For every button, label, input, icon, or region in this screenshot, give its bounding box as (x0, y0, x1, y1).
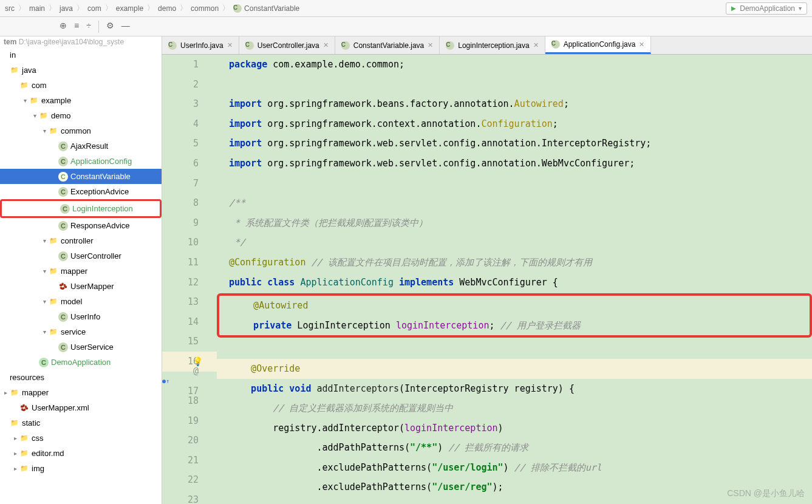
folder-icon: 📁 (19, 81, 29, 90)
chevron-right-icon[interactable]: ▸ (11, 450, 19, 457)
tree-item-in[interactable]: ▸in (0, 47, 162, 63)
tree-item-css[interactable]: ▸📁css (0, 431, 162, 446)
tree-item-usermapper-xml[interactable]: ▸🫘UserMapper.xml (0, 400, 162, 415)
tree-item-service[interactable]: ▾📁service (0, 324, 162, 339)
tree-item-responseadvice[interactable]: ▸CResponseAdvice (0, 218, 162, 233)
tree-item-example[interactable]: ▾📁example (0, 93, 162, 108)
chevron-right-icon[interactable]: ▸ (11, 465, 19, 472)
project-root[interactable]: tem D:\java-gitee\java104\blog_syste (0, 36, 162, 47)
tree-item-mapper[interactable]: ▾📁mapper (0, 264, 162, 279)
editor-tab-applicationconfig-java[interactable]: CApplicationConfig.java✕ (545, 36, 652, 54)
highlighted-tree-box: ▸CLoginInterception (0, 199, 162, 218)
tree-item-usermapper[interactable]: ▸🫘UserMapper (0, 279, 162, 294)
class-icon: C (58, 172, 68, 182)
separator (98, 21, 99, 33)
hide-icon[interactable]: — (121, 21, 130, 33)
chevron-down-icon[interactable]: ▾ (40, 298, 49, 305)
tree-item-label: mapper (22, 388, 49, 397)
tree-item-applicationconfig[interactable]: ▸CApplicationConfig (0, 154, 162, 169)
folder-icon: 📁 (19, 464, 29, 474)
tree-item-label: static (22, 418, 40, 427)
override-marker-icon[interactable]: ●↑ (162, 372, 169, 392)
line-gutter: 123 456 789 101112 131415 💡16 ●↑ @ 17 18… (162, 55, 217, 504)
tree-item-label: ConstantVariable (70, 172, 131, 181)
collapse-all-icon[interactable]: ÷ (86, 21, 91, 33)
chevron-down-icon[interactable]: ▾ (40, 268, 49, 274)
chevron-down-icon[interactable]: ▾ (40, 237, 49, 244)
tree-item-label: common (61, 126, 91, 135)
tree-item-demo[interactable]: ▾📁demo (0, 108, 162, 123)
class-icon: C (245, 41, 254, 50)
tree-item-resources[interactable]: ▸resources (0, 370, 162, 385)
tree-item-img[interactable]: ▸📁img (0, 461, 162, 476)
close-icon[interactable]: ✕ (227, 41, 233, 49)
tree-item-com[interactable]: ▸📁com (0, 78, 162, 93)
tree-item-label: com (32, 81, 47, 90)
close-icon[interactable]: ✕ (323, 41, 329, 49)
tree-item-label: UserMapper.xml (32, 403, 89, 412)
tree-item-label: LoginInterception (72, 204, 133, 213)
project-tree[interactable]: tem D:\java-gitee\java104\blog_syste ▸in… (0, 36, 162, 504)
chevron-down-icon[interactable]: ▾ (30, 112, 39, 119)
highlighted-code-box: @Autowired private LoginInterception log… (217, 293, 812, 338)
tree-item-label: demo (51, 111, 71, 120)
tree-item-label: ResponseAdvice (70, 221, 130, 230)
run-config-selector[interactable]: ▶ DemoApplication ▾ (726, 2, 807, 15)
folder-icon: 📁 (19, 434, 29, 443)
tree-item-usercontroller[interactable]: ▸CUserController (0, 248, 162, 264)
chevron-right-icon[interactable]: ▸ (1, 389, 10, 396)
tree-item-userinfo[interactable]: ▸CUserInfo (0, 309, 162, 324)
chevron-down-icon[interactable]: ▾ (40, 128, 49, 134)
tab-label: ApplicationConfig.java (564, 40, 636, 49)
crumb[interactable]: main (29, 4, 45, 13)
run-icon: ▶ (731, 5, 736, 12)
chevron-down-icon[interactable]: ▾ (21, 97, 29, 104)
tree-item-label: java (22, 66, 36, 75)
chevron-down-icon[interactable]: ▾ (40, 329, 49, 335)
settings-icon[interactable]: ⚙ (106, 21, 114, 33)
close-icon[interactable]: ✕ (533, 41, 539, 49)
tree-item-demoapplication[interactable]: ▸CDemoApplication (0, 355, 162, 370)
tree-item-common[interactable]: ▾📁common (0, 123, 162, 138)
editor-tab-usercontroller-java[interactable]: CUserController.java✕ (239, 36, 335, 54)
tree-item-model[interactable]: ▾📁model (0, 294, 162, 309)
tab-label: UserInfo.java (180, 41, 223, 50)
close-icon[interactable]: ✕ (639, 41, 644, 49)
tree-item-ajaxresult[interactable]: ▸CAjaxResult (0, 138, 162, 154)
tree-item-controller[interactable]: ▾📁controller (0, 233, 162, 248)
tree-item-userservice[interactable]: ▸CUserService (0, 339, 162, 355)
class-icon: C (58, 342, 68, 352)
tree-item-java[interactable]: ▸📁java (0, 63, 162, 78)
crumb[interactable]: java (60, 4, 73, 13)
editor-tab-userinfo-java[interactable]: CUserInfo.java✕ (162, 36, 239, 54)
tree-item-logininterception[interactable]: ▸CLoginInterception (2, 201, 160, 216)
code-content[interactable]: package com.example.demo.common; import … (217, 55, 812, 504)
expand-all-icon[interactable]: ≡ (74, 21, 79, 33)
crumb[interactable]: demo (158, 4, 176, 13)
class-icon: C (341, 41, 350, 50)
code-editor[interactable]: 123 456 789 101112 131415 💡16 ●↑ @ 17 18… (162, 55, 812, 504)
crumb[interactable]: src (5, 4, 15, 13)
folder-icon: 📁 (49, 297, 58, 307)
crumb[interactable]: common (191, 4, 219, 13)
tree-item-exceptionadvice[interactable]: ▸CExceptionAdvice (0, 184, 162, 199)
bean-icon: 🫘 (58, 282, 68, 291)
tree-item-constantvariable[interactable]: ▸CConstantVariable (0, 169, 162, 184)
crumb[interactable]: com (87, 4, 101, 13)
editor-tab-logininterception-java[interactable]: CLoginInterception.java✕ (440, 36, 545, 54)
crumb[interactable]: example (116, 4, 143, 13)
tree-item-label: service (61, 327, 86, 336)
class-icon: C (58, 141, 68, 151)
tree-item-mapper[interactable]: ▸📁mapper (0, 385, 162, 400)
crumb-current[interactable]: CConstantVariable (233, 4, 299, 13)
tree-item-editor-md[interactable]: ▸📁editor.md (0, 446, 162, 461)
select-opened-icon[interactable]: ⊕ (60, 21, 67, 33)
tree-item-label: example (41, 96, 71, 105)
tree-item-static[interactable]: ▸📁static (0, 415, 162, 431)
folder-icon: 📁 (49, 236, 58, 246)
tree-item-label: ApplicationConfig (70, 157, 132, 166)
chevron-right-icon[interactable]: ▸ (11, 435, 19, 441)
close-icon[interactable]: ✕ (428, 41, 433, 49)
editor-tab-constantvariable-java[interactable]: CConstantVariable.java✕ (335, 36, 440, 54)
class-icon: C (58, 312, 68, 322)
